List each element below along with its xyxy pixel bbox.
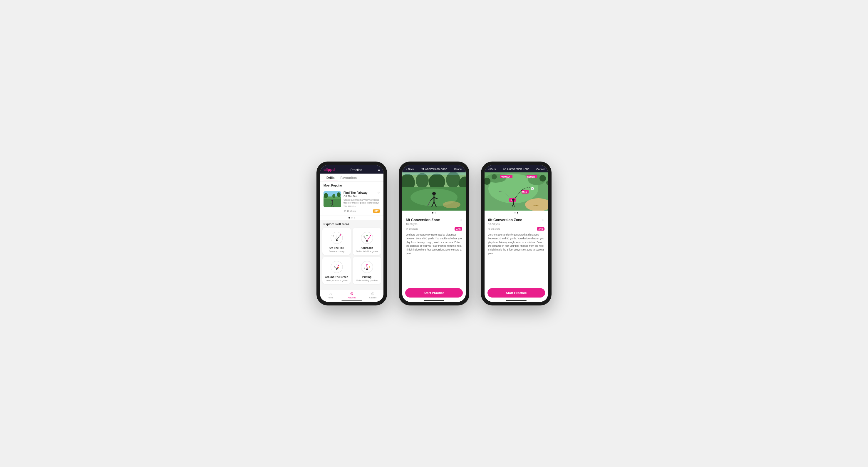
menu-icon[interactable]: ≡ bbox=[378, 168, 380, 172]
favourite-star[interactable]: ☆ bbox=[377, 191, 380, 194]
most-popular-card[interactable]: Find The Fairway Off The Tee ☆ Create an… bbox=[320, 188, 383, 216]
off-tee-icon-area bbox=[325, 231, 348, 245]
off-tee-svg bbox=[330, 231, 343, 244]
notch-3 bbox=[507, 162, 525, 163]
skill-name-around-green: Around The Green bbox=[325, 275, 348, 278]
svg-point-63 bbox=[539, 175, 546, 181]
cancel-button-2[interactable]: Cancel bbox=[454, 168, 462, 171]
shots-clock-icon-3: ⏱ bbox=[488, 228, 490, 230]
svg-point-5 bbox=[332, 194, 335, 198]
svg-point-34 bbox=[366, 264, 368, 265]
golf-scene-svg bbox=[323, 191, 341, 207]
svg-text:SAND: SAND bbox=[533, 204, 539, 206]
drill-header-title-3: 6ft Conversion Zone bbox=[503, 167, 529, 171]
nav-capture[interactable]: ⊕ Capture bbox=[362, 291, 383, 299]
home-indicator-1 bbox=[341, 300, 362, 301]
svg-point-62 bbox=[492, 174, 497, 179]
skill-grid: Off The Tee Power accuracy bbox=[320, 228, 383, 286]
home-icon: ⌂ bbox=[330, 291, 332, 296]
card-title: Find The Fairway bbox=[343, 191, 368, 194]
drill-bottom-2: Start Practice bbox=[402, 285, 466, 302]
card-thumbnail bbox=[323, 191, 341, 207]
nav-home-label: Home bbox=[328, 297, 334, 299]
card-desc: Create an imaginary fairway using trees … bbox=[343, 199, 380, 208]
ott-badge: OTT bbox=[373, 209, 380, 213]
drill-bottom-3: Start Practice bbox=[485, 285, 548, 302]
back-button-3[interactable]: < Back bbox=[488, 168, 496, 171]
nav-home[interactable]: ⌂ Home bbox=[320, 291, 341, 299]
drill-header-3: < Back 6ft Conversion Zone Cancel bbox=[485, 165, 548, 172]
phone1-tabs: Drills Favourites bbox=[320, 174, 383, 181]
image-dots-3 bbox=[485, 210, 548, 215]
start-practice-button-3[interactable]: Start Practice bbox=[488, 288, 545, 298]
phone1-header: clippd Practice ≡ bbox=[320, 165, 383, 174]
drill-photo-2 bbox=[402, 172, 466, 210]
img-dot-3-2 bbox=[517, 212, 518, 213]
skill-name-approach: Approach bbox=[355, 246, 379, 249]
tab-drills[interactable]: Drills bbox=[323, 174, 338, 181]
skill-card-off-tee[interactable]: Off The Tee Power accuracy bbox=[322, 228, 351, 255]
back-button-2[interactable]: < Back bbox=[406, 168, 414, 171]
drill-title-2: 6ft Conversion Zone bbox=[406, 218, 440, 222]
card-subtitle: Off The Tee bbox=[343, 195, 368, 198]
drill-shots-2: ⏱ 20 shots bbox=[406, 228, 418, 230]
phone-2-screen: < Back 6ft Conversion Zone Cancel bbox=[402, 165, 466, 302]
phone-2: < Back 6ft Conversion Zone Cancel bbox=[399, 162, 469, 305]
skill-desc-off-tee: Power accuracy bbox=[325, 250, 348, 253]
svg-point-22 bbox=[364, 236, 365, 237]
capture-icon: ⊕ bbox=[371, 291, 375, 296]
card-shots: ⏱ 10 shots bbox=[343, 210, 355, 212]
drill-favourite-star-2[interactable]: ☆ bbox=[460, 218, 462, 221]
skill-desc-around-green: Hone your short game bbox=[325, 279, 348, 282]
svg-point-6 bbox=[332, 200, 333, 201]
svg-point-23 bbox=[366, 235, 368, 236]
clock-icon: ⏱ bbox=[343, 210, 346, 212]
svg-point-35 bbox=[369, 266, 370, 268]
skill-card-around-green[interactable]: Around The Green Hone your short game bbox=[322, 257, 351, 284]
around-green-icon-area bbox=[325, 260, 348, 274]
golf-photo-svg bbox=[402, 172, 466, 210]
tab-favourites[interactable]: Favourites bbox=[338, 174, 360, 181]
card-inner: Find The Fairway Off The Tee ☆ Create an… bbox=[323, 191, 380, 213]
svg-point-27 bbox=[338, 265, 339, 266]
svg-point-29 bbox=[338, 267, 339, 268]
skill-card-approach[interactable]: Approach Dial-in to hit the green bbox=[352, 228, 381, 255]
svg-point-46 bbox=[443, 201, 460, 208]
most-popular-section: Most Popular bbox=[320, 181, 383, 220]
nav-capture-label: Capture bbox=[369, 297, 377, 299]
putting-icon-area bbox=[355, 260, 379, 274]
drill-header-title-2: 6ft Conversion Zone bbox=[421, 167, 447, 171]
shots-clock-icon-2: ⏱ bbox=[406, 228, 408, 230]
phone-3: < Back 6ft Conversion Zone Cancel SAND bbox=[481, 162, 552, 305]
skill-card-putting[interactable]: Putting Make and lag practice bbox=[352, 257, 381, 284]
approach-svg bbox=[361, 231, 373, 244]
svg-point-75 bbox=[512, 199, 515, 201]
skill-name-putting: Putting bbox=[355, 275, 379, 278]
carousel-dots bbox=[320, 216, 383, 220]
image-dots-2 bbox=[402, 210, 466, 215]
dot-1 bbox=[348, 217, 350, 219]
drill-map-3: SAND FAIRWAY ROUGH bbox=[485, 172, 548, 210]
svg-point-36 bbox=[364, 268, 365, 269]
drill-favourite-star-3[interactable]: ☆ bbox=[542, 218, 545, 221]
img-dot-2 bbox=[435, 212, 436, 213]
nav-activities-label: Activities bbox=[348, 297, 356, 299]
approach-icon-area bbox=[355, 231, 379, 245]
nav-activities[interactable]: ⚙ Activities bbox=[341, 291, 362, 299]
phone-1-screen: clippd Practice ≡ Drills Favourites Most… bbox=[320, 165, 383, 302]
most-popular-title: Most Popular bbox=[320, 181, 383, 188]
drill-shots-3: ⏱ 20 shots bbox=[488, 228, 500, 230]
notch-2 bbox=[425, 162, 443, 163]
drill-desc-3: 20 shots are randomly generated at dista… bbox=[488, 233, 545, 256]
skill-desc-approach: Dial-in to hit the green bbox=[355, 250, 379, 253]
svg-point-15 bbox=[340, 234, 341, 236]
explore-section: Explore skill areas bbox=[320, 220, 383, 288]
svg-point-24 bbox=[331, 261, 343, 273]
svg-text:FAIRWAY: FAIRWAY bbox=[501, 176, 510, 178]
phone1-content: Most Popular bbox=[320, 181, 383, 290]
phone-1: clippd Practice ≡ Drills Favourites Most… bbox=[316, 162, 387, 305]
img-dot-3-1 bbox=[514, 212, 516, 213]
drill-title-row-3: 6ft Conversion Zone 10-50 yds ☆ bbox=[488, 218, 545, 226]
start-practice-button-2[interactable]: Start Practice bbox=[405, 288, 463, 298]
cancel-button-3[interactable]: Cancel bbox=[536, 168, 545, 171]
